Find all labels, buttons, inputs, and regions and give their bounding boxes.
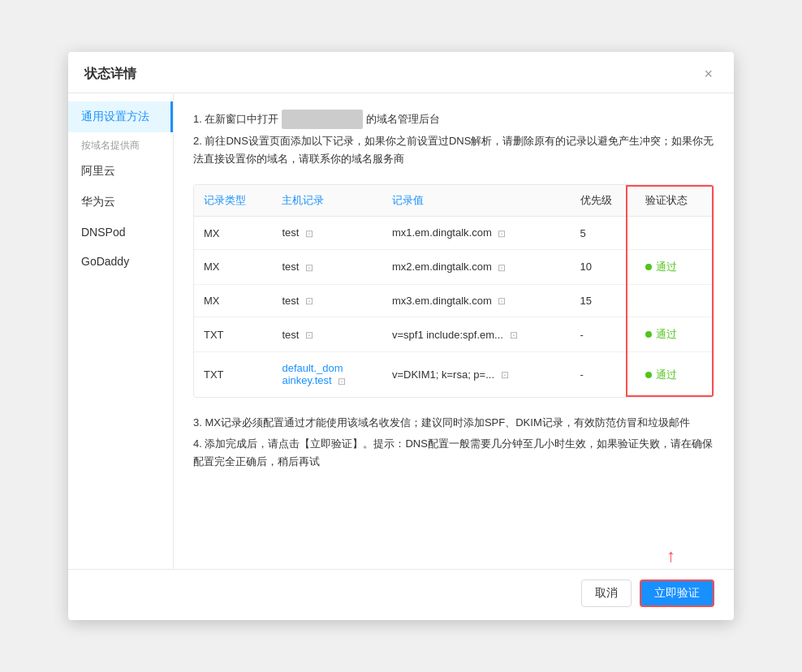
status-badge: 通过 — [645, 368, 704, 382]
sidebar-item-aliyun[interactable]: 阿里云 — [68, 156, 173, 187]
instruction-step1: 1. 在新窗口中打开 ██████████ 的域名管理后台 — [193, 110, 714, 129]
row4-status: 通过 — [636, 317, 714, 352]
close-button[interactable]: × — [699, 65, 718, 83]
row5-host: default._domainkey.test ⊡ — [272, 352, 382, 397]
row5-status: 通过 — [636, 352, 714, 397]
row3-value: mx3.em.dingtalk.com ⊡ — [382, 284, 571, 317]
status-badge: 通过 — [645, 327, 704, 342]
copy-icon[interactable]: ⊡ — [338, 376, 349, 387]
dialog-body: 通用设置方法 按域名提供商 阿里云 华为云 DNSPod GoDaddy 1. … — [68, 93, 734, 569]
dkim-host-link: default._domainkey.test — [282, 362, 343, 386]
col-header-status: 验证状态 — [636, 185, 714, 217]
domain-blur: ██████████ — [282, 110, 363, 129]
table-row: MX test ⊡ mx1.em.dingtalk.com ⊡ 5 — [194, 217, 714, 250]
table-row: MX test ⊡ mx2.em.dingtalk.com ⊡ 10 — [194, 249, 714, 284]
row3-status — [636, 284, 714, 317]
sidebar: 通用设置方法 按域名提供商 阿里云 华为云 DNSPod GoDaddy — [68, 93, 174, 569]
arrow-indicator: ↑ — [666, 547, 675, 565]
row1-type: MX — [194, 217, 272, 250]
copy-icon[interactable]: ⊡ — [305, 262, 317, 274]
verify-button[interactable]: 立即验证 — [640, 579, 714, 607]
row4-type: TXT — [194, 317, 272, 352]
row2-host: test ⊡ — [272, 249, 382, 284]
row2-value: mx2.em.dingtalk.com ⊡ — [382, 249, 571, 284]
status-dot — [645, 331, 652, 338]
top-instructions: 1. 在新窗口中打开 ██████████ 的域名管理后台 2. 前往DNS设置… — [193, 110, 714, 168]
row3-priority: 15 — [571, 284, 636, 317]
instruction-step2: 2. 前往DNS设置页面添加以下记录，如果你之前设置过DNS解析，请删除原有的记… — [193, 132, 714, 168]
col-header-type: 记录类型 — [194, 185, 272, 217]
instruction-step3: 3. MX记录必须配置通过才能使用该域名收发信；建议同时添加SPF、DKIM记录… — [193, 414, 714, 432]
dns-table: 记录类型 主机记录 记录值 优先级 验证状态 MX test — [194, 185, 714, 397]
row4-value: v=spf1 include:spf.em... ⊡ — [382, 317, 571, 352]
copy-icon[interactable]: ⊡ — [498, 228, 509, 239]
row1-status — [636, 217, 714, 250]
dns-table-container: 记录类型 主机记录 记录值 优先级 验证状态 MX test — [193, 184, 714, 398]
table-row: TXT test ⊡ v=spf1 include:spf.em... ⊡ - — [194, 317, 714, 352]
dialog-footer: ↑ 取消 立即验证 — [68, 569, 734, 620]
instruction-step4: 4. 添加完成后，请点击【立即验证】。提示：DNS配置一般需要几分钟至几小时生效… — [193, 435, 714, 471]
footer-instructions: 3. MX记录必须配置通过才能使用该域名收发信；建议同时添加SPF、DKIM记录… — [193, 414, 714, 471]
row1-priority: 5 — [571, 217, 636, 250]
cancel-button[interactable]: 取消 — [581, 579, 632, 607]
col-header-value: 记录值 — [382, 185, 571, 217]
copy-icon[interactable]: ⊡ — [305, 330, 317, 341]
row4-priority: - — [571, 317, 636, 352]
status-dot — [645, 372, 652, 378]
status-dot — [645, 264, 652, 270]
status-badge: 通过 — [645, 260, 704, 274]
sidebar-item-dnspod[interactable]: DNSPod — [68, 218, 173, 247]
sidebar-section-label: 按域名提供商 — [68, 132, 173, 156]
row5-value: v=DKIM1; k=rsa; p=... ⊡ — [382, 352, 571, 397]
row2-type: MX — [194, 249, 272, 284]
row5-type: TXT — [194, 352, 272, 397]
sidebar-item-godaddy[interactable]: GoDaddy — [68, 247, 173, 276]
dialog-title: 状态详情 — [84, 66, 136, 83]
copy-icon[interactable]: ⊡ — [305, 295, 317, 307]
row1-value: mx1.em.dingtalk.com ⊡ — [382, 217, 571, 250]
dialog-header: 状态详情 × — [68, 52, 734, 93]
row1-host: test ⊡ — [272, 217, 382, 250]
copy-icon[interactable]: ⊡ — [510, 330, 521, 341]
row3-type: MX — [194, 284, 272, 317]
copy-icon[interactable]: ⊡ — [498, 262, 509, 274]
copy-icon[interactable]: ⊡ — [305, 228, 317, 239]
copy-icon[interactable]: ⊡ — [498, 295, 509, 307]
col-header-host: 主机记录 — [272, 185, 382, 217]
copy-icon[interactable]: ⊡ — [501, 369, 512, 381]
row3-host: test ⊡ — [272, 284, 382, 317]
row4-host: test ⊡ — [272, 317, 382, 352]
row2-priority: 10 — [571, 249, 636, 284]
table-row: TXT default._domainkey.test ⊡ v=DKIM1; k… — [194, 352, 714, 397]
row2-status: 通过 — [636, 249, 714, 284]
sidebar-item-general[interactable]: 通用设置方法 — [68, 101, 173, 132]
table-row: MX test ⊡ mx3.em.dingtalk.com ⊡ 15 — [194, 284, 714, 317]
row5-priority: - — [571, 352, 636, 397]
sidebar-item-huawei[interactable]: 华为云 — [68, 187, 173, 218]
status-dialog: 状态详情 × 通用设置方法 按域名提供商 阿里云 华为云 DNSPod GoDa… — [68, 52, 734, 620]
main-content: 1. 在新窗口中打开 ██████████ 的域名管理后台 2. 前往DNS设置… — [174, 93, 734, 569]
col-header-priority: 优先级 — [571, 185, 636, 217]
